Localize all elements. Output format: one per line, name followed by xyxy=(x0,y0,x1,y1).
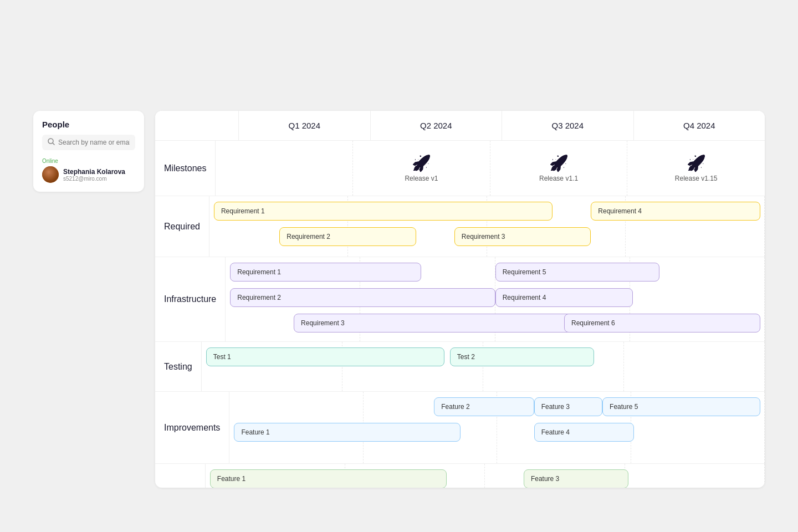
milestone-q3: 🚀 Release v1.1 xyxy=(490,141,628,196)
roadmap-header: Q1 2024 Q2 2024 Q3 2024 Q4 2024 xyxy=(155,111,765,141)
row-label-required: Required xyxy=(155,196,209,257)
card-test2[interactable]: Test 2 xyxy=(450,347,594,366)
row-infrastructure: Infrastructure Requirement 1 Requirement… xyxy=(155,257,765,342)
card-test1[interactable]: Test 1 xyxy=(206,347,444,366)
quarter-header-q4: Q4 2024 xyxy=(633,111,765,140)
card-feat4[interactable]: Feature 4 xyxy=(534,423,634,442)
card-req4[interactable]: Requirement 4 xyxy=(591,202,760,221)
main-container: People Online Stephania Kolarova s5212@m… xyxy=(0,0,798,532)
security-content: Feature 1 Feature 3 Feature 2 Feature 4 xyxy=(206,464,765,488)
improve-row2: Feature 1 Feature 4 xyxy=(234,423,760,445)
user-info: Stephania Kolarova s5212@miro.com xyxy=(63,168,125,182)
row-improvements: Improvements Feature 2 Feature 3 xyxy=(155,392,765,464)
search-icon xyxy=(48,138,55,147)
row-label-testing: Testing xyxy=(155,342,202,391)
testing-content: Test 1 Test 2 xyxy=(202,342,765,391)
row-label-milestones: Milestones xyxy=(155,141,216,196)
card-feat1[interactable]: Feature 1 xyxy=(234,423,460,442)
roadmap-panel[interactable]: Q1 2024 Q2 2024 Q3 2024 Q4 2024 Mileston… xyxy=(155,111,765,488)
card-infra-req6[interactable]: Requirement 6 xyxy=(564,314,760,332)
required-content: Requirement 1 Requirement 4 Requirement … xyxy=(209,196,765,257)
online-status: Online xyxy=(42,158,135,164)
infra-row1: Requirement 1 Requirement 5 xyxy=(230,263,760,285)
improve-row1: Feature 2 Feature 3 Feature 5 xyxy=(234,397,760,420)
user-name: Stephania Kolarova xyxy=(63,168,125,176)
row-security: Security Feature 1 Feature 3 xyxy=(155,464,765,488)
rocket-icon-v115: 🚀 xyxy=(687,154,706,172)
infra-row2: Requirement 2 Requirement 4 xyxy=(230,288,760,310)
row-label-improvements: Improvements xyxy=(155,392,229,463)
card-feat5[interactable]: Feature 5 xyxy=(602,397,760,416)
quarter-header-q2: Q2 2024 xyxy=(370,111,502,140)
card-infra-req1[interactable]: Requirement 1 xyxy=(230,263,421,282)
card-req2[interactable]: Requirement 2 xyxy=(279,227,416,246)
security-row1: Feature 1 Feature 3 xyxy=(210,469,760,488)
card-req3[interactable]: Requirement 3 xyxy=(454,227,591,246)
people-panel: People Online Stephania Kolarova s5212@m… xyxy=(33,111,144,192)
card-sec-feat3[interactable]: Feature 3 xyxy=(524,469,628,488)
user-item: Stephania Kolarova s5212@miro.com xyxy=(42,166,135,183)
required-row2: Requirement 2 Requirement 3 xyxy=(214,227,760,249)
user-email: s5212@miro.com xyxy=(63,176,125,182)
card-req1[interactable]: Requirement 1 xyxy=(214,202,553,221)
card-feat3[interactable]: Feature 3 xyxy=(534,397,602,416)
milestone-q1 xyxy=(216,141,353,196)
search-input[interactable] xyxy=(58,139,130,146)
rocket-icon-v1: 🚀 xyxy=(412,154,431,172)
milestone-label-v1: Release v1 xyxy=(405,175,438,182)
header-empty xyxy=(155,111,238,140)
card-infra-req5[interactable]: Requirement 5 xyxy=(495,263,660,282)
card-infra-req2[interactable]: Requirement 2 xyxy=(230,288,495,307)
milestone-q2: 🚀 Release v1 xyxy=(353,141,490,196)
milestones-content: 🚀 Release v1 🚀 Release v1.1 🚀 Release v1… xyxy=(216,141,765,196)
avatar xyxy=(42,166,59,183)
row-label-infrastructure: Infrastructure xyxy=(155,257,226,341)
improvements-content: Feature 2 Feature 3 Feature 5 Feature 1 xyxy=(229,392,765,463)
row-testing: Testing Test 1 Test 2 xyxy=(155,342,765,392)
milestone-label-v11: Release v1.1 xyxy=(539,175,578,182)
quarter-header-q1: Q1 2024 xyxy=(238,111,370,140)
required-row1: Requirement 1 Requirement 4 xyxy=(214,202,760,224)
infrastructure-content: Requirement 1 Requirement 5 Requirement … xyxy=(226,257,765,341)
milestone-q4: 🚀 Release v1.15 xyxy=(627,141,765,196)
rocket-icon-v11: 🚀 xyxy=(549,154,569,172)
quarter-header-q3: Q3 2024 xyxy=(502,111,633,140)
card-feat2[interactable]: Feature 2 xyxy=(434,397,534,416)
svg-line-1 xyxy=(53,143,54,145)
row-milestones: Milestones 🚀 Release v1 🚀 Release v1.1 🚀… xyxy=(155,141,765,196)
testing-row1: Test 1 Test 2 xyxy=(206,347,760,370)
row-label-security: Security xyxy=(155,464,206,488)
milestone-label-v115: Release v1.15 xyxy=(675,175,718,182)
card-infra-req3[interactable]: Requirement 3 xyxy=(294,314,585,332)
card-infra-req4[interactable]: Requirement 4 xyxy=(495,288,633,307)
search-box[interactable] xyxy=(42,135,135,150)
row-required: Required Requirement 1 Requirement 4 xyxy=(155,196,765,257)
card-sec-feat1[interactable]: Feature 1 xyxy=(210,469,447,488)
infra-row3: Requirement 3 Requirement 6 xyxy=(230,314,760,336)
people-title: People xyxy=(42,120,135,129)
